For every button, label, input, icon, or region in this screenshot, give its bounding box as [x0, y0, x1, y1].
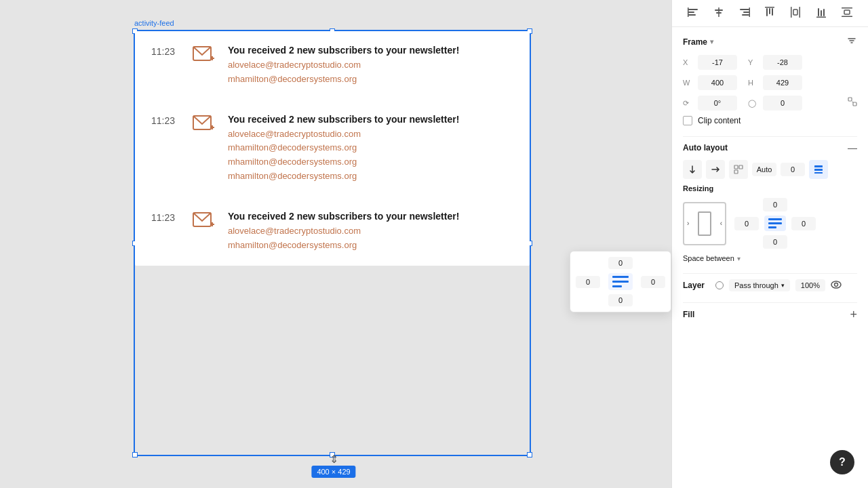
padding-popup: 0 0 0 0: [570, 251, 671, 312]
corner-input[interactable]: [763, 96, 802, 110]
feed-content-1: You received 2 new subscribers to your n…: [228, 45, 513, 87]
svg-rect-31: [842, 7, 852, 9]
svg-line-36: [852, 102, 853, 102]
feed-content-2: You received 2 new subscribers to your n…: [228, 114, 513, 184]
layer-mode-btn[interactable]: Pass through ▾: [729, 279, 790, 291]
corner-icon: ◯: [748, 99, 757, 108]
svg-rect-10: [688, 12, 694, 13]
svg-point-43: [831, 281, 841, 288]
y-input[interactable]: [763, 55, 802, 70]
popup-bottom-row: 0: [576, 294, 665, 306]
align-left-icon[interactable]: [685, 4, 701, 23]
svg-rect-38: [739, 165, 743, 169]
svg-rect-12: [688, 7, 689, 17]
popup-top-row: 0: [576, 257, 665, 269]
align-bottom-icon[interactable]: [813, 4, 829, 23]
padding-inputs: 0 0 0 0: [734, 198, 816, 249]
align-top-icon[interactable]: [762, 4, 778, 23]
al-spacing-input[interactable]: Auto: [752, 163, 776, 176]
svg-rect-42: [814, 172, 823, 174]
svg-rect-27: [816, 16, 826, 18]
padding-top-row: 0: [734, 198, 816, 211]
al-num-input[interactable]: 0: [781, 163, 805, 176]
distribute-v-icon[interactable]: [839, 4, 855, 23]
svg-rect-35: [853, 102, 856, 106]
help-button[interactable]: ?: [830, 450, 854, 474]
y-label: Y: [748, 58, 757, 66]
feed-email-2a: alovelace@tradecryptostudio.com: [228, 127, 513, 142]
svg-rect-25: [800, 7, 801, 18]
padding-sides-row: 0 0: [734, 216, 816, 231]
svg-rect-16: [740, 9, 749, 10]
layer-opacity-input[interactable]: 100%: [795, 279, 825, 291]
svg-rect-26: [793, 9, 797, 15]
al-justify-btn[interactable]: [809, 160, 828, 179]
al-bar-1: [768, 218, 782, 220]
x-input[interactable]: [698, 55, 737, 70]
popup-center-row: 0 0: [576, 273, 665, 290]
layer-mode-chevron: ▾: [781, 282, 785, 289]
fill-title: Fill: [683, 310, 694, 319]
popup-bar-1: [612, 276, 629, 278]
handle-br[interactable]: [527, 452, 532, 458]
popup-pad-top[interactable]: 0: [608, 257, 633, 269]
popup-bar-3: [612, 285, 622, 287]
popup-pad-bottom[interactable]: 0: [608, 294, 633, 306]
handle-bl[interactable]: [132, 452, 138, 458]
space-between-chevron[interactable]: ▾: [737, 255, 741, 262]
frame-section-header: Frame ▾: [683, 35, 857, 48]
divider-1: [683, 136, 857, 137]
panel-content: Frame ▾ X Y W H: [672, 27, 868, 488]
feed-title-3: You received 2 new subscribers to your n…: [228, 211, 513, 222]
w-input[interactable]: [698, 75, 737, 90]
feed-title-1: You received 2 new subscribers to your n…: [228, 45, 513, 56]
autolayout-remove-button[interactable]: —: [848, 142, 857, 153]
popup-pad-right[interactable]: 0: [641, 276, 665, 288]
frame-section-title: Frame ▾: [683, 37, 713, 47]
svg-rect-39: [734, 170, 738, 174]
frame-label: activity-feed: [134, 19, 174, 27]
popup-pad-left[interactable]: 0: [576, 276, 600, 288]
frame-expand-button[interactable]: [846, 35, 857, 48]
frame-expand-icon[interactable]: ▾: [710, 38, 713, 45]
feed-email-2d: mhamilton@decodersystems.org: [228, 169, 513, 184]
align-right-icon[interactable]: [736, 4, 753, 23]
svg-rect-11: [688, 14, 696, 16]
divider-3: [683, 302, 857, 303]
svg-rect-23: [772, 8, 773, 16]
autolayout-section: Auto layout — Auto 0: [683, 142, 857, 262]
envelope-icon-3: [193, 212, 217, 234]
svg-rect-33: [844, 10, 850, 14]
al-direction-down-btn[interactable]: [683, 160, 702, 179]
feed-item: 11:23 You received 2 new subscribers to …: [135, 197, 530, 266]
padding-right-input[interactable]: 0: [791, 217, 816, 230]
w-label: W: [683, 79, 692, 87]
clip-content-checkbox[interactable]: [683, 116, 692, 125]
layer-visibility-icon[interactable]: [831, 280, 842, 291]
clip-content-row: Clip content: [683, 116, 857, 125]
fill-add-button[interactable]: +: [850, 308, 857, 321]
align-center-h-icon[interactable]: [711, 4, 727, 23]
svg-rect-28: [818, 8, 819, 16]
resizing-label: Resizing: [683, 184, 857, 192]
popup-bars: [608, 273, 633, 290]
feed-time-1: 11:23: [151, 45, 182, 57]
feed-item: 11:23 You received 2 new subscribers to …: [135, 31, 530, 100]
size-label: 400 × 429: [311, 466, 355, 478]
rotation-input[interactable]: [698, 96, 737, 110]
rotation-corner-row: ⟳ ◯: [683, 96, 857, 110]
al-direction-right-btn[interactable]: [706, 160, 725, 179]
resize-icon[interactable]: [848, 97, 857, 109]
distribute-h-icon[interactable]: [787, 4, 804, 23]
resize-cursor-icon[interactable]: ⇕: [330, 453, 338, 466]
activity-feed-card: 11:23 You received 2 new subscribers to …: [135, 31, 530, 266]
fill-header: Fill +: [683, 308, 857, 321]
h-input[interactable]: [763, 75, 802, 90]
left-arrow-icon: ›: [687, 220, 689, 227]
padding-left-input[interactable]: 0: [734, 217, 759, 230]
padding-bottom-input[interactable]: 0: [763, 235, 787, 249]
padding-top-input[interactable]: 0: [763, 198, 787, 211]
svg-rect-30: [823, 9, 825, 16]
wh-row: W H: [683, 75, 857, 90]
al-wrap-btn[interactable]: [729, 160, 748, 179]
